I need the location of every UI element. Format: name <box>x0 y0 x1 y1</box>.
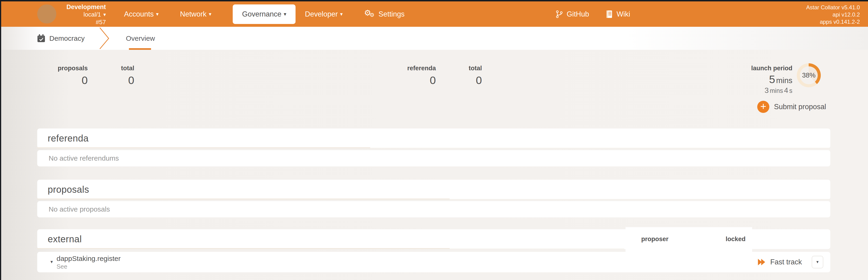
proposals-empty-row: No active proposals <box>37 201 830 217</box>
fast-forward-icon <box>758 259 765 265</box>
gear-icon: ⚙ ⚙ <box>364 9 375 19</box>
stat-launch-period: launch period 5 mins 3 mins 4 s <box>751 65 793 95</box>
caret-down-icon: ▼ <box>816 260 819 264</box>
window-top-edge <box>0 0 868 1</box>
external-section-header: external proposer locked <box>37 229 830 249</box>
breadcrumb-label: Democracy <box>49 34 85 42</box>
node-version: Astar Collator v5.41.0 <box>806 4 860 11</box>
proposals-title: proposals <box>48 180 89 199</box>
main-nav: Accounts ▾ Network ▾ Governance ▾ Develo… <box>124 1 405 27</box>
chain-name: Development <box>56 3 106 11</box>
referenda-section-header: referenda <box>37 128 830 148</box>
nav-network[interactable]: Network ▾ <box>180 10 212 19</box>
breadcrumb-democracy[interactable]: Democracy <box>37 27 85 50</box>
api-version: api v12.0.2 <box>806 11 860 18</box>
apps-version: apps v0.141.2-2 <box>806 18 860 25</box>
git-branch-icon <box>555 10 563 19</box>
nav-developer[interactable]: Developer ▾ <box>305 10 343 19</box>
stat-referenda: referenda 0 <box>407 65 436 87</box>
stat-referenda-total: total 0 <box>469 65 482 87</box>
row-more-actions-button[interactable]: ▼ <box>812 256 823 268</box>
caret-down-icon: ▾ <box>209 11 211 17</box>
version-info: Astar Collator v5.41.0 api v12.0.2 apps … <box>806 4 860 25</box>
column-header-proposer: proposer <box>629 229 680 249</box>
proposals-section-header: proposals <box>37 180 830 199</box>
external-method: dappStaking.register <box>57 255 121 262</box>
launch-period-remaining: 5 mins <box>751 73 793 86</box>
caret-down-icon: ▾ <box>284 11 286 17</box>
row-expander-caret[interactable]: ▼ <box>47 252 56 272</box>
nav-governance-active[interactable]: Governance ▾ <box>233 4 296 24</box>
tab-overview[interactable]: Overview <box>126 27 155 50</box>
github-link[interactable]: GitHub <box>555 10 589 19</box>
active-tab-indicator <box>129 48 151 50</box>
stat-proposals: proposals 0 <box>58 65 88 87</box>
stat-proposals-total: total 0 <box>121 65 134 87</box>
nav-settings[interactable]: ⚙ ⚙ Settings <box>364 9 405 19</box>
nav-accounts[interactable]: Accounts ▾ <box>124 10 159 19</box>
chain-endpoint[interactable]: local/1▾ <box>56 11 106 19</box>
caret-down-icon: ▼ <box>50 260 54 265</box>
external-method-note: See <box>57 263 67 270</box>
external-row-actions: Fast track ▼ <box>758 252 823 272</box>
column-header-locked: locked <box>710 229 761 249</box>
submit-proposal-button[interactable]: + Submit proposal <box>757 101 826 113</box>
tab-bar: Democracy Overview <box>1 27 868 50</box>
best-block-number: #57 <box>56 19 106 26</box>
progress-percent: 38% <box>800 66 818 84</box>
caret-down-icon: ▾ <box>156 11 159 17</box>
launch-period-progress-ring: 38% <box>797 63 821 87</box>
plus-icon: + <box>757 101 769 113</box>
window-left-edge <box>0 0 1 280</box>
external-title: external <box>48 229 82 249</box>
calendar-check-icon <box>37 34 45 43</box>
fast-track-button[interactable]: Fast track <box>770 258 802 266</box>
caret-down-icon: ▾ <box>340 11 343 17</box>
wiki-link[interactable]: Wiki <box>605 10 630 19</box>
app-header: Development local/1▾ #57 Accounts ▾ Netw… <box>1 1 868 27</box>
referenda-title: referenda <box>48 128 89 148</box>
book-icon <box>605 10 613 19</box>
caret-down-icon: ▾ <box>103 12 106 18</box>
chain-logo[interactable] <box>37 4 56 24</box>
referenda-empty-row: No active referendums <box>37 150 830 166</box>
breadcrumb-chevron-icon <box>99 27 110 50</box>
launch-period-elapsed: 3 mins 4 s <box>751 86 793 95</box>
external-links: GitHub Wiki <box>555 1 647 27</box>
chain-selector[interactable]: Development local/1▾ #57 <box>56 3 106 26</box>
external-row: ▼ dappStaking.register See Fast track ▼ <box>37 252 830 272</box>
